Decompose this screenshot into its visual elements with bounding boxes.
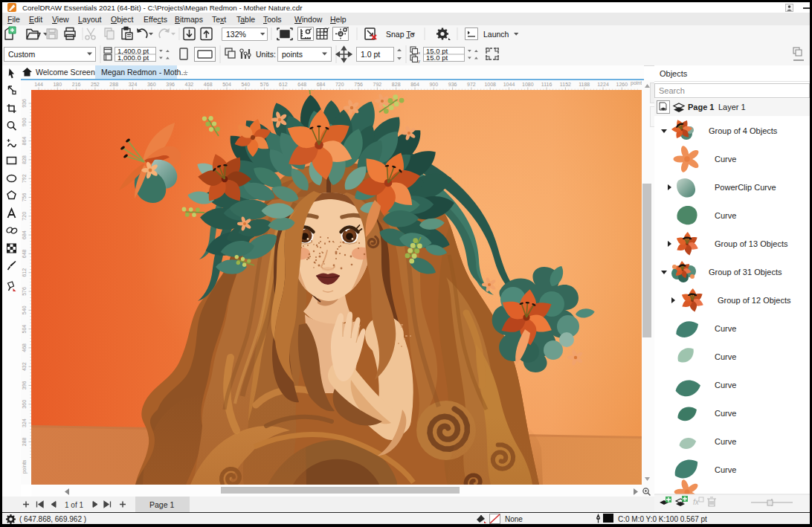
svg-text:Snap To: Snap To bbox=[386, 30, 415, 39]
svg-text:252: 252 bbox=[91, 82, 100, 87]
svg-text:Search: Search bbox=[659, 86, 685, 95]
svg-text:936: 936 bbox=[448, 82, 457, 87]
svg-text:points: points bbox=[22, 459, 28, 473]
svg-text:Layer 1: Layer 1 bbox=[718, 103, 746, 111]
svg-text:Curve: Curve bbox=[715, 409, 736, 418]
svg-text:Group of 12 Objects: Group of 12 Objects bbox=[718, 296, 791, 305]
svg-text:936: 936 bbox=[22, 99, 27, 108]
svg-text:540: 540 bbox=[22, 305, 27, 314]
svg-text:360: 360 bbox=[147, 82, 156, 87]
svg-text:612: 612 bbox=[22, 268, 27, 277]
svg-text:1116: 1116 bbox=[541, 82, 552, 87]
svg-text:Group of 4 Objects: Group of 4 Objects bbox=[709, 126, 778, 135]
svg-text:Curve: Curve bbox=[715, 465, 736, 474]
svg-text:1.0 pt: 1.0 pt bbox=[361, 50, 380, 59]
svg-text:points: points bbox=[282, 50, 303, 59]
svg-text:756: 756 bbox=[22, 193, 27, 202]
svg-text:324: 324 bbox=[129, 82, 138, 87]
svg-text:576: 576 bbox=[260, 82, 269, 87]
svg-text:792: 792 bbox=[22, 174, 27, 183]
svg-text:972: 972 bbox=[467, 82, 476, 87]
svg-text:504: 504 bbox=[222, 82, 231, 87]
svg-text:828: 828 bbox=[392, 82, 401, 87]
svg-text:864: 864 bbox=[410, 82, 419, 87]
svg-text:Curve: Curve bbox=[715, 437, 736, 446]
svg-text:Curve: Curve bbox=[715, 324, 736, 333]
svg-text:324: 324 bbox=[22, 418, 27, 427]
svg-text:288: 288 bbox=[22, 437, 27, 446]
svg-text:612: 612 bbox=[279, 82, 288, 87]
svg-text:792: 792 bbox=[373, 82, 382, 87]
svg-text:15.0 pt: 15.0 pt bbox=[426, 54, 448, 62]
svg-text:y: y bbox=[418, 59, 420, 63]
svg-text:1080: 1080 bbox=[522, 82, 534, 87]
svg-text:468: 468 bbox=[204, 82, 213, 87]
svg-text:360: 360 bbox=[22, 400, 27, 409]
svg-text:432: 432 bbox=[22, 362, 27, 371]
svg-text:1152: 1152 bbox=[560, 82, 571, 87]
svg-text:1260: 1260 bbox=[616, 82, 628, 87]
svg-text:Custom: Custom bbox=[8, 50, 35, 59]
svg-text:864: 864 bbox=[22, 137, 27, 146]
svg-text:288: 288 bbox=[109, 82, 118, 87]
svg-text:1188: 1188 bbox=[579, 82, 590, 87]
svg-text:1,000.0 pt: 1,000.0 pt bbox=[117, 54, 149, 62]
svg-text:648: 648 bbox=[297, 82, 306, 87]
svg-text:684: 684 bbox=[317, 82, 326, 87]
svg-text:1224: 1224 bbox=[597, 82, 609, 87]
svg-text:Curve: Curve bbox=[715, 381, 736, 389]
svg-text:fx: fx bbox=[693, 498, 700, 506]
svg-text:144: 144 bbox=[34, 82, 43, 87]
svg-text:720: 720 bbox=[22, 212, 27, 221]
svg-text:540: 540 bbox=[241, 82, 250, 87]
svg-text:132%: 132% bbox=[226, 30, 246, 39]
svg-text:396: 396 bbox=[22, 381, 27, 390]
svg-text:828: 828 bbox=[22, 155, 27, 164]
svg-text:216: 216 bbox=[72, 82, 81, 87]
svg-text:756: 756 bbox=[354, 82, 363, 87]
svg-text:Group of 31 Objects: Group of 31 Objects bbox=[709, 268, 782, 277]
svg-text:Objects: Objects bbox=[660, 69, 688, 78]
svg-text:Curve: Curve bbox=[715, 155, 736, 164]
svg-text:1008: 1008 bbox=[484, 82, 496, 87]
svg-text:x: x bbox=[418, 51, 420, 55]
svg-text:576: 576 bbox=[22, 287, 27, 296]
svg-text:Curve: Curve bbox=[715, 211, 736, 220]
svg-text:720: 720 bbox=[335, 82, 344, 87]
svg-text:Page 1: Page 1 bbox=[688, 103, 714, 111]
svg-text:Group of 13 Objects: Group of 13 Objects bbox=[715, 239, 788, 248]
svg-text:Curve: Curve bbox=[715, 352, 736, 361]
svg-text:504: 504 bbox=[22, 325, 27, 334]
svg-text:PowerClip Curve: PowerClip Curve bbox=[715, 183, 776, 192]
svg-text:432: 432 bbox=[185, 82, 194, 87]
svg-text:900: 900 bbox=[429, 82, 438, 87]
svg-text:1044: 1044 bbox=[503, 82, 515, 87]
svg-text:180: 180 bbox=[53, 82, 62, 87]
svg-text:Launch: Launch bbox=[483, 30, 509, 39]
svg-text:Units:: Units: bbox=[256, 50, 276, 59]
svg-text:684: 684 bbox=[22, 230, 27, 239]
svg-text:900: 900 bbox=[22, 117, 27, 126]
svg-text:468: 468 bbox=[22, 343, 27, 352]
svg-text:1 of 1: 1 of 1 bbox=[65, 501, 83, 509]
svg-text:648: 648 bbox=[22, 249, 27, 258]
svg-text:396: 396 bbox=[166, 82, 175, 87]
